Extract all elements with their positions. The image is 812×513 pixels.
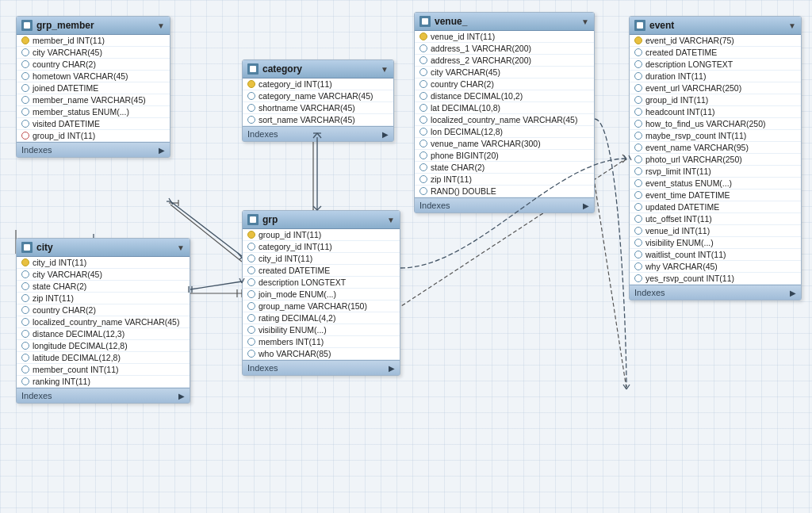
- field-name: city VARCHAR(45): [33, 48, 102, 57]
- field-row: RAND() DOUBLE: [415, 186, 594, 197]
- table-city: city▼city_id INT(11)city VARCHAR(45)stat…: [16, 238, 190, 404]
- diamond-icon: [21, 330, 29, 338]
- field-name: zip INT(11): [431, 174, 472, 184]
- indexes-arrow-venue[interactable]: ▶: [583, 201, 589, 210]
- indexes-label-event: Indexes: [634, 288, 665, 297]
- diamond-icon: [634, 108, 642, 116]
- table-header-grp_member[interactable]: grp_member▼: [17, 17, 170, 35]
- diamond-icon: [634, 144, 642, 151]
- indexes-arrow-city[interactable]: ▶: [178, 392, 185, 400]
- table-icon-venue: [419, 16, 431, 27]
- diamond-icon: [634, 179, 642, 187]
- field-name: member_name VARCHAR(45): [33, 95, 146, 105]
- field-row: group_name VARCHAR(150): [243, 301, 400, 312]
- field-row: utc_offset INT(11): [630, 213, 801, 225]
- field-name: shortname VARCHAR(45): [259, 103, 355, 113]
- field-row: photo_url VARCHAR(250): [630, 154, 801, 166]
- diamond-icon: [634, 239, 642, 247]
- indexes-label-venue: Indexes: [419, 201, 450, 210]
- field-row: latitude DECIMAL(12,8): [17, 352, 190, 364]
- diamond-icon: [634, 227, 642, 235]
- field-row: created DATETIME: [630, 47, 801, 59]
- expand-arrow-city[interactable]: ▼: [177, 243, 185, 252]
- field-name: event_url VARCHAR(250): [645, 83, 741, 93]
- field-row: localized_country_name VARCHAR(45): [17, 316, 190, 328]
- diamond-icon: [247, 116, 255, 124]
- field-row: country CHAR(2): [17, 304, 190, 316]
- table-header-event[interactable]: event▼: [630, 17, 801, 35]
- field-name: lon DECIMAL(12,8): [431, 127, 503, 136]
- expand-arrow-grp_member[interactable]: ▼: [157, 21, 165, 30]
- expand-arrow-category[interactable]: ▼: [381, 65, 389, 74]
- table-body-event: event_id VARCHAR(75)created DATETIMEdesc…: [630, 35, 801, 285]
- indexes-row-grp_member[interactable]: Indexes▶: [17, 142, 170, 157]
- table-header-category[interactable]: category▼: [243, 60, 393, 78]
- diamond-icon: [634, 262, 642, 270]
- indexes-row-city[interactable]: Indexes▶: [17, 388, 190, 403]
- field-name: longitude DECIMAL(12,8): [33, 341, 128, 350]
- field-name: group_id INT(11): [259, 230, 321, 239]
- field-row: member_name VARCHAR(45): [17, 94, 170, 106]
- indexes-row-venue[interactable]: Indexes▶: [415, 197, 594, 212]
- diamond-icon: [21, 84, 29, 92]
- field-row: lat DECIMAL(10,8): [415, 102, 594, 114]
- field-row: city_id INT(11): [17, 257, 190, 269]
- diamond-icon: [634, 251, 642, 258]
- table-header-venue[interactable]: venue_▼: [415, 13, 594, 31]
- diamond-icon: [419, 151, 427, 159]
- diamond-icon: [21, 282, 29, 290]
- indexes-row-category[interactable]: Indexes▶: [243, 126, 393, 141]
- field-name: phone BIGINT(20): [431, 151, 499, 160]
- table-title-grp_member: grp_member: [36, 20, 94, 31]
- field-row: lon DECIMAL(12,8): [415, 126, 594, 138]
- field-name: country CHAR(2): [33, 59, 96, 69]
- field-row: member_count INT(11): [17, 364, 190, 376]
- table-header-grp[interactable]: grp▼: [243, 211, 400, 229]
- field-row: zip INT(11): [415, 174, 594, 186]
- diamond-icon: [634, 274, 642, 282]
- field-name: category_id INT(11): [259, 79, 332, 89]
- field-name: group_name VARCHAR(150): [259, 301, 367, 311]
- table-header-city[interactable]: city▼: [17, 239, 190, 257]
- table-venue: venue_▼venue_id INT(11)address_1 VARCHAR…: [414, 12, 595, 213]
- diamond-icon: [247, 104, 255, 112]
- diamond-icon: [247, 243, 255, 251]
- field-row: venue_name VARCHAR(300): [415, 138, 594, 150]
- diamond-icon: [634, 72, 642, 80]
- diamond-icon: [21, 96, 29, 104]
- indexes-arrow-event[interactable]: ▶: [790, 289, 796, 297]
- indexes-arrow-grp_member[interactable]: ▶: [159, 146, 165, 155]
- table-body-city: city_id INT(11)city VARCHAR(45)state CHA…: [17, 257, 190, 388]
- field-name: distance DECIMAL(10,2): [431, 91, 523, 101]
- svg-line-19: [169, 198, 173, 205]
- field-row: sort_name VARCHAR(45): [243, 114, 393, 126]
- svg-line-16: [622, 159, 626, 163]
- field-name: venue_id INT(11): [645, 226, 710, 235]
- diamond-icon: [634, 132, 642, 140]
- diamond-icon: [634, 48, 642, 56]
- field-name: address_1 VARCHAR(200): [431, 44, 531, 53]
- table-icon-grp: [247, 214, 259, 225]
- expand-arrow-grp[interactable]: ▼: [387, 216, 395, 224]
- diamond-icon: [634, 215, 642, 223]
- table-title-city: city: [36, 242, 53, 253]
- diamond-icon: [21, 108, 29, 116]
- field-row: group_id INT(11): [243, 229, 400, 241]
- indexes-arrow-category[interactable]: ▶: [382, 130, 389, 139]
- field-name: venue_name VARCHAR(300): [431, 139, 541, 148]
- indexes-row-event[interactable]: Indexes▶: [630, 285, 801, 300]
- field-row: updated DATETIME: [630, 201, 801, 213]
- key-icon: [21, 258, 29, 266]
- expand-arrow-event[interactable]: ▼: [788, 21, 796, 30]
- field-name: member_count INT(11): [33, 365, 119, 374]
- indexes-row-grp[interactable]: Indexes▶: [243, 360, 400, 375]
- field-name: yes_rsvp_count INT(11): [645, 274, 734, 283]
- field-row: join_mode ENUM(...): [243, 289, 400, 301]
- diamond-icon: [419, 92, 427, 100]
- indexes-arrow-grp[interactable]: ▶: [389, 364, 395, 373]
- diamond-icon: [247, 92, 255, 100]
- diamond-icon: [419, 116, 427, 124]
- expand-arrow-venue[interactable]: ▼: [581, 17, 589, 26]
- field-name: address_2 VARCHAR(200): [431, 56, 531, 65]
- field-name: join_mode ENUM(...): [259, 289, 336, 299]
